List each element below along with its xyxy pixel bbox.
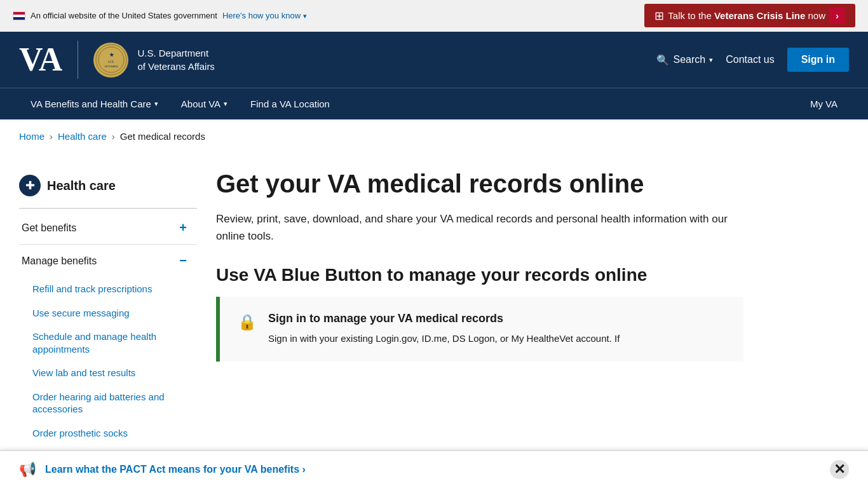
pact-banner-content: 📢 Learn what the PACT Act means for your… [19,461,306,478]
chevron-down-icon: ▾ [709,56,713,64]
pact-close-button[interactable]: ✕ [830,460,849,479]
signin-card-content: Sign in to manage your VA medical record… [268,312,620,346]
va-seal: ★ U.S. VETERANS [93,43,128,78]
manage-benefits-toggle: − [175,254,191,268]
pact-banner: 📢 Learn what the PACT Act means for your… [0,450,868,488]
breadcrumb-separator: › [50,131,53,142]
sidebar-section-manage-benefits: Manage benefits − Refill and track presc… [19,245,197,475]
svg-text:★: ★ [109,52,114,58]
my-va-link[interactable]: My VA [799,88,849,119]
sign-in-button[interactable]: Sign in [787,48,849,72]
breadcrumb-current: Get medical records [120,131,205,142]
flag-icon [13,11,25,20]
search-button[interactable]: 🔍 Search ▾ [656,54,713,66]
main-header: VA ★ U.S. VETERANS U.S. Department of Ve… [0,32,868,88]
chevron-down-icon: ▾ [154,100,158,108]
va-department-name: U.S. Department of Veterans Affairs [137,46,214,73]
manage-benefits-header[interactable]: Manage benefits − [19,245,197,277]
sidebar-link-prosthetic-socks[interactable]: Order prosthetic socks [22,421,197,445]
svg-text:VETERANS: VETERANS [104,65,118,68]
sidebar-link-hearing-aid[interactable]: Order hearing aid batteries and accessor… [22,385,197,421]
nav-benefits-health-care[interactable]: VA Benefits and Health Care ▾ [19,88,170,119]
sidebar: ✚ Health care Get benefits + Manage bene… [19,166,197,475]
breadcrumb-area: Home › Health care › Get medical records [0,119,868,153]
nav-find-location[interactable]: Find a VA Location [239,88,341,119]
health-care-icon: ✚ [19,175,41,196]
get-benefits-toggle: + [175,220,191,235]
page-title: Get your VA medical records online [216,168,743,199]
sidebar-header: ✚ Health care [19,166,197,209]
header-actions: 🔍 Search ▾ Contact us Sign in [656,48,849,72]
sidebar-title: Health care [47,179,116,193]
crisis-text: Talk to the Veterans Crisis Line now [668,10,825,21]
sidebar-link-prescriptions[interactable]: Refill and track prescriptions [22,277,197,301]
chevron-down-icon: ▾ [303,12,307,20]
get-benefits-header[interactable]: Get benefits + [19,212,197,244]
crisis-icon: ⊞ [654,9,664,23]
main-content: Get your VA medical records online Revie… [216,166,743,475]
get-benefits-label: Get benefits [22,222,76,234]
manage-benefits-links: Refill and track prescriptions Use secur… [19,277,197,474]
breadcrumb-separator-2: › [112,131,115,142]
breadcrumb-health-care[interactable]: Health care [58,131,107,142]
sidebar-section-get-benefits: Get benefits + [19,212,197,245]
gov-banner-text: An official website of the United States… [31,11,217,20]
signin-card: 🔒 Sign in to manage your VA medical reco… [216,297,743,362]
svg-text:U.S.: U.S. [108,60,114,64]
chevron-down-icon: ▾ [224,100,227,108]
sidebar-link-appointments[interactable]: Schedule and manage health appointments [22,325,197,361]
breadcrumb: Home › Health care › Get medical records [19,131,849,142]
signin-card-text: Sign in with your existing Login.gov, ID… [268,332,620,346]
page-intro: Review, print, save, download, and share… [216,210,743,245]
sidebar-link-lab-results[interactable]: View lab and test results [22,361,197,385]
sidebar-link-messaging[interactable]: Use secure messaging [22,301,197,325]
va-logo: VA ★ U.S. VETERANS U.S. Department of Ve… [19,41,215,79]
signin-card-title: Sign in to manage your VA medical record… [268,312,620,325]
manage-benefits-label: Manage benefits [22,255,97,267]
megaphone-icon: 📢 [19,461,36,478]
logo-divider [78,41,78,79]
main-nav: VA Benefits and Health Care ▾ About VA ▾… [0,88,868,119]
search-icon: 🔍 [656,54,669,66]
breadcrumb-home[interactable]: Home [19,131,44,142]
arrow-icon: › [302,464,306,475]
gov-banner: An official website of the United States… [0,0,868,32]
va-letters: VA [19,43,62,76]
lock-icon: 🔒 [238,313,257,331]
crisis-arrow: › [829,8,845,24]
heres-how-link[interactable]: Here's how you know ▾ [222,11,307,20]
blue-button-heading: Use VA Blue Button to manage your record… [216,265,743,285]
nav-about-va[interactable]: About VA ▾ [170,88,239,119]
page-layout: ✚ Health care Get benefits + Manage bene… [0,153,763,488]
pact-act-link[interactable]: Learn what the PACT Act means for your V… [45,464,306,475]
contact-us-button[interactable]: Contact us [726,54,774,65]
